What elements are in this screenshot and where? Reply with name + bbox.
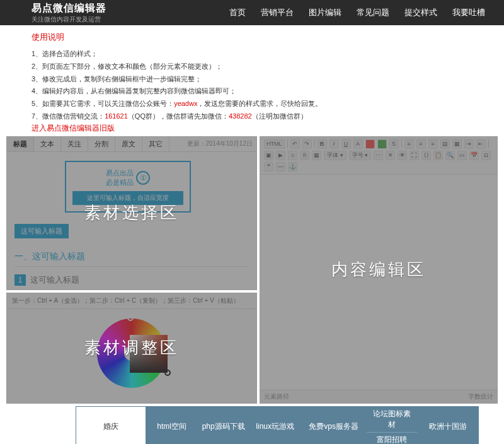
template-numbered[interactable]: 1 这可输入标题 bbox=[14, 267, 249, 286]
logo-area: 易点微信编辑器 关注微信内容开发及运营 bbox=[32, 2, 106, 24]
update-date: 更新：2014年10月12日 bbox=[187, 139, 257, 148]
word-count: 字数统计 bbox=[468, 392, 493, 401]
usage-list: 1、选择合适的样式； 2、到页面左下部分，修改文本和颜色（部分元素不能更改）； … bbox=[32, 48, 485, 123]
align-left-icon[interactable]: ≡ bbox=[404, 139, 414, 149]
list-ul-icon[interactable]: ▤ bbox=[440, 139, 450, 149]
align-right-icon[interactable]: ≡ bbox=[428, 139, 438, 149]
usage-title: 使用说明 bbox=[32, 32, 485, 43]
ad-forum-icons[interactable]: 论坛图标素材 bbox=[367, 407, 417, 433]
tab-text[interactable]: 文本 bbox=[34, 137, 61, 151]
more-icon[interactable]: ⋯ bbox=[374, 151, 383, 160]
nav-marketing[interactable]: 营销平台 bbox=[261, 7, 294, 18]
ad-fuyang-jobs[interactable]: 富阳招聘 bbox=[367, 433, 417, 444]
html-icon[interactable]: HTML bbox=[264, 139, 285, 149]
ad-php-source[interactable]: php源码下载 bbox=[198, 407, 249, 444]
char-icon[interactable]: Ω bbox=[481, 151, 491, 160]
redo-icon[interactable]: ↷ bbox=[302, 139, 312, 149]
usage-item-4: 4、编辑好内容后，从右侧编辑器复制完整内容到微信编辑器即可； bbox=[32, 85, 485, 98]
italic-icon[interactable]: I bbox=[329, 139, 339, 149]
old-version-link[interactable]: 进入易点微信编辑器旧版 bbox=[32, 124, 115, 132]
paste-icon[interactable]: 📋 bbox=[433, 151, 443, 160]
nav-faq[interactable]: 常见问题 bbox=[357, 7, 389, 18]
editor-footer: 元素路径 字数统计 bbox=[260, 390, 497, 403]
main-nav: 首页 营销平台 图片编辑 常见问题 提交样式 我要吐槽 bbox=[229, 7, 485, 18]
bold-icon[interactable]: B bbox=[318, 139, 327, 149]
tab-title[interactable]: 标题 bbox=[7, 137, 34, 151]
ad-bar: 婚庆 html空间 php源码下载 linux玩游戏 免费vps服务器 论坛图标… bbox=[76, 406, 479, 444]
material-tabs: 标题 文本 关注 分割 原文 其它 更新：2014年10月12日 bbox=[7, 137, 256, 152]
usage-item-2: 2、到页面左下部分，修改文本和颜色（部分元素不能更改）； bbox=[32, 61, 485, 73]
underline-icon[interactable]: U bbox=[341, 139, 351, 149]
indent-icon[interactable]: ⇥ bbox=[464, 139, 474, 149]
card-number-icon: ① bbox=[136, 171, 150, 185]
search-icon[interactable]: 🔍 bbox=[445, 151, 455, 160]
material-body: 易点出品必是精品 ① 这里可输入标题，自适应宽度 这可输入标题 一、这可输入标题… bbox=[7, 152, 256, 289]
ad-split: 论坛图标素材 富阳招聘 bbox=[367, 407, 418, 444]
editor-toolbar: HTML ↶ ↷ B I U A S ≡ ≡ ≡ ▤ ▦ ⇥ ⇤ ▣ ▶ ☺ ⎘… bbox=[260, 137, 497, 175]
nav-home[interactable]: 首页 bbox=[229, 7, 246, 18]
clear-icon[interactable]: ✕ bbox=[386, 151, 395, 160]
card-top: 易点出品必是精品 ① bbox=[72, 168, 183, 187]
table-icon[interactable]: ▦ bbox=[312, 151, 321, 160]
strike-icon[interactable]: S bbox=[389, 139, 399, 149]
adjust-steps: 第一步：Ctrl + A（全选）；第二步：Ctrl + C（复制）；第三步：Ct… bbox=[7, 293, 256, 309]
material-select-panel: 标题 文本 关注 分割 原文 其它 更新：2014年10月12日 易点出品必是精… bbox=[6, 136, 257, 290]
nav-image-edit[interactable]: 图片编辑 bbox=[309, 7, 341, 18]
template-button[interactable]: 这可输入标题 bbox=[14, 224, 69, 238]
tab-original[interactable]: 原文 bbox=[115, 137, 142, 151]
sat-val-square[interactable] bbox=[130, 335, 168, 373]
tab-divider[interactable]: 分割 bbox=[88, 137, 115, 151]
font-family-icon[interactable]: 字体 ▾ bbox=[324, 151, 346, 160]
nav-submit-style[interactable]: 提交样式 bbox=[404, 7, 437, 18]
emoji-icon[interactable]: ☺ bbox=[288, 151, 297, 160]
card-caption: 这里可输入标题，自适应宽度 bbox=[72, 191, 183, 205]
content-editor-panel: HTML ↶ ↷ B I U A S ≡ ≡ ≡ ▤ ▦ ⇥ ⇤ ▣ ▶ ☺ ⎘… bbox=[260, 136, 498, 404]
panels-grid: 标题 文本 关注 分割 原文 其它 更新：2014年10月12日 易点出品必是精… bbox=[0, 136, 504, 404]
template-card[interactable]: 易点出品必是精品 ① 这里可输入标题，自适应宽度 bbox=[65, 161, 191, 213]
preview-icon[interactable]: 👁 bbox=[398, 151, 407, 160]
ad-europe-tour[interactable]: 欧洲十国游 bbox=[418, 407, 478, 444]
list-ol-icon[interactable]: ▦ bbox=[452, 139, 462, 149]
sv-marker[interactable] bbox=[164, 370, 171, 376]
ad-html-space[interactable]: html空间 bbox=[146, 407, 198, 444]
nav-feedback[interactable]: 我要吐槽 bbox=[452, 7, 485, 18]
template-icon[interactable]: ▭ bbox=[457, 151, 467, 160]
editor-content-area[interactable] bbox=[260, 175, 497, 390]
image-icon[interactable]: ▣ bbox=[264, 151, 273, 160]
ad-linux-game[interactable]: linux玩游戏 bbox=[249, 407, 301, 444]
hue-marker[interactable] bbox=[127, 315, 134, 321]
font-icon[interactable]: A bbox=[353, 139, 363, 149]
align-center-icon[interactable]: ≡ bbox=[416, 139, 426, 149]
tab-follow[interactable]: 关注 bbox=[61, 137, 88, 151]
outdent-icon[interactable]: ⇤ bbox=[476, 139, 486, 149]
link-icon[interactable]: ⎘ bbox=[300, 151, 309, 160]
date-icon[interactable]: 📅 bbox=[469, 151, 479, 160]
top-header: 易点微信编辑器 关注微信内容开发及运营 首页 营销平台 图片编辑 常见问题 提交… bbox=[0, 0, 504, 25]
ad-free-vps[interactable]: 免费vps服务器 bbox=[301, 407, 367, 444]
element-path: 元素路径 bbox=[264, 392, 289, 401]
code-icon[interactable]: ⟨⟩ bbox=[421, 151, 431, 160]
hr-icon[interactable]: — bbox=[276, 162, 285, 172]
quote-icon[interactable]: ❝ bbox=[264, 162, 273, 172]
anchor-icon[interactable]: ⚓ bbox=[288, 162, 297, 172]
tab-other[interactable]: 其它 bbox=[142, 137, 169, 151]
material-adjust-panel: 第一步：Ctrl + A（全选）；第二步：Ctrl + C（复制）；第三步：Ct… bbox=[6, 293, 257, 404]
template-heading[interactable]: 一、这可输入标题 bbox=[14, 247, 249, 267]
usage-item-1: 1、选择合适的样式； bbox=[32, 48, 485, 61]
fullscreen-icon[interactable]: ⛶ bbox=[410, 151, 419, 160]
usage-item-6: 7、微信微信营销交流：161621（QQ群），微信群请先加微信：438282（注… bbox=[32, 110, 485, 123]
logo-title: 易点微信编辑器 bbox=[32, 2, 106, 15]
video-icon[interactable]: ▶ bbox=[276, 151, 285, 160]
instructions-section: 使用说明 1、选择合适的样式； 2、到页面左下部分，修改文本和颜色（部分元素不能… bbox=[0, 25, 504, 136]
logo-subtitle: 关注微信内容开发及运营 bbox=[32, 15, 106, 24]
color-picker-area[interactable] bbox=[7, 309, 256, 397]
font-size-icon[interactable]: 字号 ▾ bbox=[349, 151, 372, 160]
ad-wedding[interactable]: 婚庆 bbox=[76, 407, 146, 444]
undo-icon[interactable]: ↶ bbox=[290, 139, 300, 149]
usage-item-5: 5、如需要其它需求，可以关注微信公众账号：yeadwx，发送您需要的样式需求，尽… bbox=[32, 98, 485, 110]
usage-item-3: 3、修改完成后，复制到右侧编辑框中进一步编辑完整； bbox=[32, 73, 485, 86]
number-box: 1 bbox=[14, 274, 26, 286]
bgcolor-icon[interactable] bbox=[377, 139, 387, 149]
color-icon[interactable] bbox=[365, 139, 375, 149]
